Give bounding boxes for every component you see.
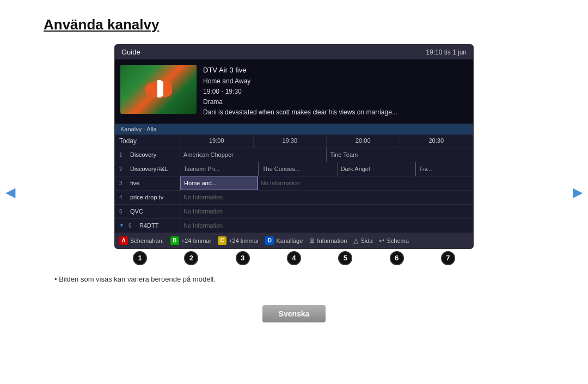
action-plus24-1[interactable]: B +24 timmar	[170, 236, 211, 245]
prog-no-info-6[interactable]: No Information	[180, 219, 473, 233]
action-plus24-1-label: +24 timmar	[181, 237, 211, 244]
channel-row-1: 1 Discovery American Chopper Tine Team	[115, 148, 473, 162]
channel-row-3: 3 five Home and... No Information	[115, 176, 473, 191]
btn-red: A	[119, 236, 128, 245]
preview-thumbnail	[120, 65, 197, 114]
channel-arrow-6: ▼	[119, 223, 124, 228]
channel-row-6: ▼ 6 R4DTT No Information	[115, 219, 473, 233]
numbered-circles-row: 1 2 3 4 5 6 7	[114, 249, 474, 265]
channel-name-2: DiscoveryH&L	[130, 166, 168, 172]
channel-info-2: 2 DiscoveryH&L	[115, 162, 180, 176]
preview-time: 19:00 - 19:30	[203, 87, 397, 97]
circle-3: 3	[236, 251, 250, 265]
guide-header: Guide 19:10 tis 1 jun	[115, 45, 473, 59]
channel-row-5: 5 QVC No Information	[115, 205, 473, 219]
action-schema[interactable]: ↩ Schema	[379, 237, 408, 245]
prog-curious[interactable]: The Curious...	[259, 162, 338, 176]
action-kanallage-label: Kanalläge	[276, 237, 303, 244]
action-sida-label: Sida	[360, 237, 372, 244]
action-information-label: Information	[317, 237, 347, 244]
action-plus24-2-label: +24 timmar	[229, 237, 259, 244]
channel-num-4: 4	[119, 194, 127, 200]
time-slot-4: 20:30	[400, 135, 474, 148]
program-grid-5: No Information	[180, 205, 473, 218]
preview-area: DTV Air 3 five Home and Away 19:00 - 19:…	[115, 59, 473, 124]
channel-info-6: ▼ 6 R4DTT	[115, 219, 180, 233]
info-icon: ⊞	[309, 237, 315, 245]
channel-num-5: 5	[119, 209, 127, 215]
note-section: • Bilden som visas kan variera beroende …	[44, 275, 544, 283]
circle-5: 5	[338, 251, 352, 265]
action-information[interactable]: ⊞ Information	[309, 237, 347, 245]
channel-name-3: five	[130, 180, 139, 186]
channel-num-6: 6	[128, 223, 136, 229]
prog-no-info-3[interactable]: No Information	[258, 176, 473, 190]
filter-label: Kanalvy - Alla	[115, 124, 473, 135]
language-button[interactable]: Svenska	[262, 305, 326, 322]
prog-tine-team[interactable]: Tine Team	[327, 148, 474, 162]
action-schema-label: Schema	[387, 237, 408, 244]
schema-icon: ↩	[379, 237, 384, 245]
prog-no-info-4[interactable]: No Information	[180, 191, 473, 204]
guide-container: Guide 19:10 tis 1 jun DTV Air 3 five Hom…	[114, 44, 474, 249]
preview-channel: DTV Air 3 five	[203, 65, 397, 76]
preview-show: Home and Away	[203, 76, 397, 87]
page-title: Använda kanalvy	[44, 16, 544, 33]
program-grid-6: No Information	[180, 219, 473, 233]
channel-info-4: 4 price-drop.tv	[115, 191, 180, 204]
prog-home-away[interactable]: Home and...	[180, 176, 258, 190]
preview-info: DTV Air 3 five Home and Away 19:00 - 19:…	[203, 65, 397, 118]
prog-fiv[interactable]: Fiv...	[416, 162, 473, 176]
lang-btn-container: Svenska	[44, 305, 544, 322]
time-slot-1: 19:00	[180, 135, 254, 148]
channel-row-4: 4 price-drop.tv No Information	[115, 191, 473, 205]
channel-num-2: 2	[119, 166, 127, 172]
circle-1: 1	[133, 251, 147, 265]
program-grid-1: American Chopper Tine Team	[180, 148, 473, 162]
note-bullet: •	[54, 275, 59, 283]
action-schemahan[interactable]: A Schemahan.	[119, 236, 164, 245]
circle-6: 6	[390, 251, 404, 265]
program-grid-3: Home and... No Information	[180, 176, 473, 190]
prog-tsunami[interactable]: Tsunami Pri...	[180, 162, 259, 176]
prog-american-chopper[interactable]: American Chopper	[180, 148, 327, 162]
channel-name-1: Discovery	[130, 151, 156, 158]
action-kanallage[interactable]: D Kanalläge	[265, 236, 303, 245]
time-header-row: Today 19:00 19:30 20:00 20:30	[115, 135, 473, 148]
preview-genre: Drama	[203, 97, 397, 107]
channel-name-5: QVC	[130, 208, 143, 215]
channel-num-1: 1	[119, 152, 127, 158]
circle-2: 2	[184, 251, 198, 265]
time-slots: 19:00 19:30 20:00 20:30	[180, 135, 473, 148]
channel-info-5: 5 QVC	[115, 205, 180, 218]
guide-datetime: 19:10 tis 1 jun	[426, 48, 467, 56]
action-bar: A Schemahan. B +24 timmar C +24 timmar D…	[115, 233, 473, 248]
btn-green: B	[170, 236, 179, 245]
circle-7: 7	[441, 251, 455, 265]
channel-num-3: 3	[119, 180, 127, 186]
preview-description: Dani is devastated when scott makes clea…	[203, 107, 397, 118]
action-schemahan-label: Schemahan.	[130, 237, 164, 244]
channel-info-3: 3 five	[115, 176, 180, 190]
circle-4: 4	[287, 251, 301, 265]
program-grid-4: No Information	[180, 191, 473, 204]
prog-dark-angel[interactable]: Dark Angel	[338, 162, 416, 176]
note-text: Bilden som visas kan variera beroende på…	[59, 275, 216, 283]
time-slot-2: 19:30	[254, 135, 327, 148]
time-slot-3: 20:00	[327, 135, 400, 148]
channel-col-header: Today	[115, 135, 180, 148]
guide-label: Guide	[121, 48, 140, 56]
action-plus24-2[interactable]: C +24 timmar	[218, 236, 259, 245]
program-grid-2: Tsunami Pri... The Curious... Dark Angel…	[180, 162, 473, 176]
channel-info-1: 1 Discovery	[115, 148, 180, 162]
btn-yellow: C	[218, 236, 226, 245]
channel-name-4: price-drop.tv	[130, 194, 163, 200]
channel-row-2: 2 DiscoveryH&L Tsunami Pri... The Curiou…	[115, 162, 473, 176]
btn-blue: D	[265, 236, 274, 245]
sida-icon: △	[353, 237, 358, 245]
channel-name-6: R4DTT	[139, 222, 158, 229]
prog-no-info-5[interactable]: No Information	[180, 205, 473, 218]
action-sida[interactable]: △ Sida	[353, 237, 372, 245]
